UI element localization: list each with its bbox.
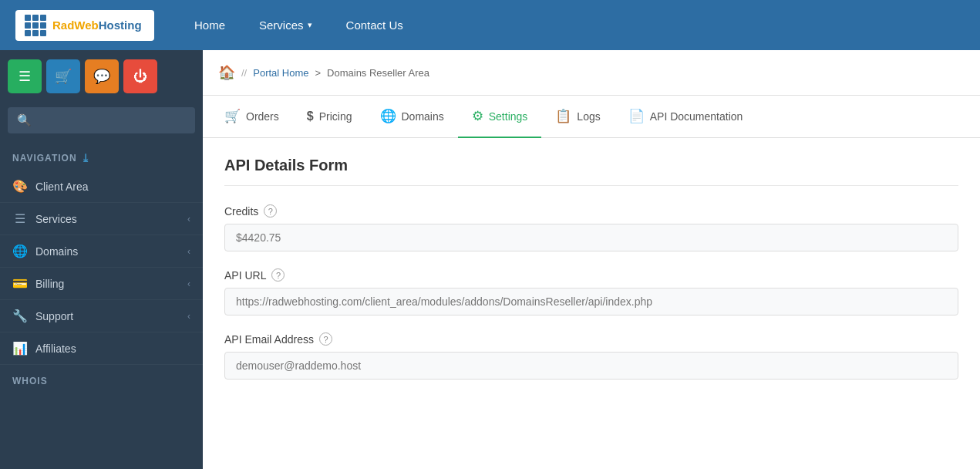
support-icon: 🔧 [12, 309, 28, 323]
credits-help-icon[interactable]: ? [264, 204, 277, 218]
doc-icon: 📄 [628, 108, 645, 124]
tab-api-documentation[interactable]: 📄 API Documentation [615, 96, 757, 138]
globe-icon: 🌐 [380, 108, 396, 124]
chevron-right-icon: ‹ [187, 278, 190, 289]
sidebar-item-services[interactable]: ☰ Services ‹ [0, 203, 203, 235]
power-button[interactable]: ⏻ [123, 59, 157, 93]
logo[interactable]: RadWebHosting [15, 10, 154, 41]
tab-pricing-label: Pricing [319, 110, 352, 123]
logo-text: RadWebHosting [52, 19, 142, 32]
gear-icon: ⚙ [472, 108, 483, 124]
breadcrumb-current: Domains Reseller Area [327, 67, 429, 79]
credits-field-group: Credits ? [224, 204, 958, 251]
tab-orders-label: Orders [246, 110, 279, 123]
sidebar-item-label: Client Area [35, 181, 190, 193]
form-title: API Details Form [224, 157, 958, 186]
nav-section-label: NAVIGATION [12, 153, 77, 164]
chevron-down-icon: ▾ [308, 20, 312, 30]
billing-icon: 💳 [12, 276, 28, 291]
chevron-right-icon: ‹ [187, 311, 190, 322]
services-icon: ☰ [12, 211, 28, 226]
client-area-icon: 🎨 [12, 179, 28, 194]
api-url-label-text: API URL [224, 269, 266, 282]
sidebar-item-label: Services [35, 213, 180, 225]
sidebar-search-container: 🔍 [8, 107, 195, 133]
tab-logs[interactable]: 📋 Logs [541, 96, 614, 138]
api-email-input[interactable] [224, 352, 958, 380]
credits-label: Credits ? [224, 204, 958, 218]
api-url-label: API URL ? [224, 268, 958, 282]
menu-button[interactable]: ☰ [8, 59, 42, 93]
nav-item-contact[interactable]: Contact Us [329, 0, 420, 50]
breadcrumb-separator: // [241, 67, 247, 79]
breadcrumb: 🏠 // Portal Home > Domains Reseller Area [203, 50, 980, 96]
orders-icon: 🛒 [224, 108, 241, 124]
domains-icon: 🌐 [12, 244, 28, 258]
affiliates-icon: 📊 [12, 341, 28, 356]
tab-settings-label: Settings [489, 110, 528, 123]
api-email-label: API Email Address ? [224, 332, 958, 346]
top-navigation: RadWebHosting Home Services ▾ Contact Us [0, 0, 980, 50]
sidebar-item-support[interactable]: 🔧 Support ‹ [0, 300, 203, 332]
tab-api-doc-label: API Documentation [650, 110, 743, 123]
sidebar-item-label: Support [35, 310, 180, 322]
tab-domains-label: Domains [402, 110, 444, 123]
main-content: 🏠 // Portal Home > Domains Reseller Area… [203, 50, 980, 469]
search-icon: 🔍 [17, 113, 32, 127]
nav-services-label: Services [259, 19, 304, 32]
tab-orders[interactable]: 🛒 Orders [210, 96, 293, 138]
credits-label-text: Credits [224, 205, 258, 218]
sidebar-item-domains[interactable]: 🌐 Domains ‹ [0, 235, 203, 268]
nav-items: Home Services ▾ Contact Us [177, 0, 420, 50]
home-icon[interactable]: 🏠 [218, 64, 235, 81]
sidebar-item-label: Domains [35, 245, 180, 258]
api-email-help-icon[interactable]: ? [319, 332, 332, 346]
api-url-input[interactable] [224, 288, 958, 315]
form-section: API Details Form Credits ? API URL ? API… [203, 138, 980, 469]
nav-arrows-icon: ⤓ [81, 152, 91, 164]
breadcrumb-portal-home[interactable]: Portal Home [253, 67, 308, 79]
tab-settings[interactable]: ⚙ Settings [458, 96, 542, 138]
chevron-right-icon: ‹ [187, 246, 190, 257]
tab-domains[interactable]: 🌐 Domains [366, 96, 458, 138]
credits-input[interactable] [224, 224, 958, 251]
nav-home-label: Home [194, 19, 225, 32]
sidebar-item-affiliates[interactable]: 📊 Affiliates [0, 332, 203, 365]
pricing-icon: $ [307, 110, 314, 123]
nav-item-home[interactable]: Home [177, 0, 242, 50]
logo-grid-icon [25, 15, 46, 36]
search-input[interactable] [38, 114, 186, 127]
cart-button[interactable]: 🛒 [46, 59, 80, 93]
chat-button[interactable]: 💬 [85, 59, 119, 93]
main-layout: ☰ 🛒 💬 ⏻ 🔍 NAVIGATION ⤓ 🎨 Client Area ☰ S… [0, 50, 980, 469]
sidebar-item-label: Billing [35, 278, 180, 290]
chevron-right-icon: ‹ [187, 214, 190, 224]
whois-section-label: WHOIS [0, 365, 203, 391]
tab-pricing[interactable]: $ Pricing [293, 97, 366, 137]
nav-section-header: NAVIGATION ⤓ [0, 144, 203, 170]
api-email-label-text: API Email Address [224, 333, 314, 346]
api-email-field-group: API Email Address ? [224, 332, 958, 380]
tabs-bar: 🛒 Orders $ Pricing 🌐 Domains ⚙ Settings … [203, 96, 980, 138]
nav-contact-label: Contact Us [346, 19, 403, 32]
sidebar: ☰ 🛒 💬 ⏻ 🔍 NAVIGATION ⤓ 🎨 Client Area ☰ S… [0, 50, 203, 469]
tab-logs-label: Logs [577, 110, 600, 123]
breadcrumb-arrow: > [315, 67, 321, 79]
logs-icon: 📋 [555, 108, 571, 124]
sidebar-item-label: Affiliates [35, 342, 190, 355]
api-url-help-icon[interactable]: ? [271, 268, 285, 282]
sidebar-item-billing[interactable]: 💳 Billing ‹ [0, 268, 203, 300]
sidebar-actions: ☰ 🛒 💬 ⏻ [0, 50, 203, 103]
api-url-field-group: API URL ? [224, 268, 958, 315]
sidebar-item-client-area[interactable]: 🎨 Client Area [0, 170, 203, 203]
nav-item-services[interactable]: Services ▾ [242, 0, 329, 50]
